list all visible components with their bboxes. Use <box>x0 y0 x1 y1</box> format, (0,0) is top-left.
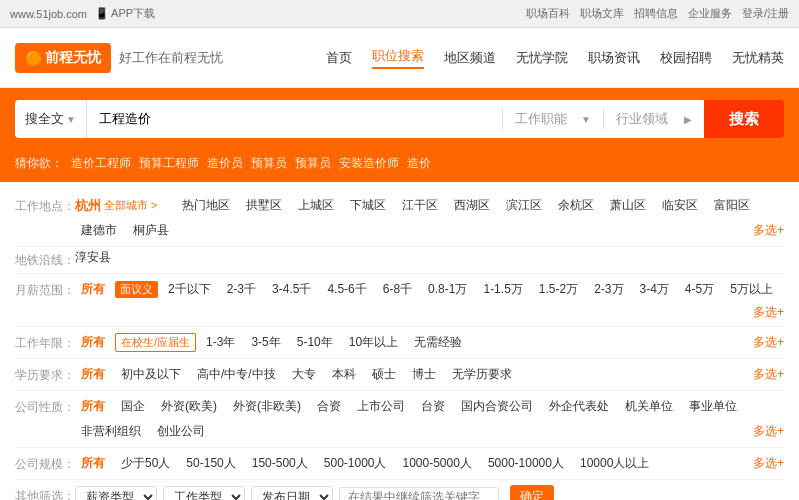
type-startup[interactable]: 创业公司 <box>151 421 211 442</box>
city-link[interactable]: 全部城市 > <box>104 198 157 213</box>
education-more[interactable]: 多选+ <box>753 366 784 383</box>
qf-item-4[interactable]: 预算员 <box>295 155 331 172</box>
type-jv[interactable]: 合资 <box>311 396 347 417</box>
edu-bachelor[interactable]: 本科 <box>326 364 362 385</box>
edu-none[interactable]: 无学历要求 <box>446 364 518 385</box>
district-hot[interactable]: 热门地区 <box>176 195 236 216</box>
district-xiacheng[interactable]: 下城区 <box>344 195 392 216</box>
edu-phd[interactable]: 博士 <box>406 364 442 385</box>
qf-item-1[interactable]: 预算工程师 <box>139 155 199 172</box>
nav-enterprise-service[interactable]: 企业服务 <box>688 6 732 21</box>
company-type-more[interactable]: 多选+ <box>753 423 784 440</box>
type-foreign-other[interactable]: 外资(非欧美) <box>227 396 307 417</box>
nav-elite[interactable]: 无忧精英 <box>732 49 784 67</box>
type-foreign-rep[interactable]: 外企代表处 <box>543 396 615 417</box>
salary-more[interactable]: 多选+ <box>753 304 784 321</box>
salary-type-select[interactable]: 薪资类型 <box>75 486 157 501</box>
district-linan[interactable]: 临安区 <box>656 195 704 216</box>
exp-5-10[interactable]: 5-10年 <box>291 332 339 353</box>
district-xihu[interactable]: 西湖区 <box>448 195 496 216</box>
search-input[interactable] <box>87 100 502 138</box>
type-nonprofit[interactable]: 非营利组织 <box>75 421 147 442</box>
subway-value[interactable]: 淳安县 <box>75 249 111 266</box>
publish-date-select[interactable]: 发布日期 <box>251 486 333 501</box>
qf-item-5[interactable]: 安装造价师 <box>339 155 399 172</box>
search-button[interactable]: 搜索 <box>704 100 784 138</box>
type-taiwan[interactable]: 台资 <box>415 396 451 417</box>
nav-login-register[interactable]: 登录/注册 <box>742 6 789 21</box>
size-500-1000[interactable]: 500-1000人 <box>318 453 393 474</box>
type-state[interactable]: 国企 <box>115 396 151 417</box>
size-150-500[interactable]: 150-500人 <box>246 453 314 474</box>
qf-item-3[interactable]: 预算员 <box>251 155 287 172</box>
type-listed[interactable]: 上市公司 <box>351 396 411 417</box>
app-download[interactable]: 📱 APP下载 <box>95 6 155 21</box>
nav-region[interactable]: 地区频道 <box>444 49 496 67</box>
keyword-filter-input[interactable] <box>339 487 499 501</box>
salary-2-3w[interactable]: 2-3万 <box>588 279 629 300</box>
edu-college[interactable]: 大专 <box>286 364 322 385</box>
type-all[interactable]: 所有 <box>75 396 111 417</box>
salary-4-6k[interactable]: 4.5-6千 <box>321 279 372 300</box>
size-all[interactable]: 所有 <box>75 453 111 474</box>
size-10000+[interactable]: 10000人以上 <box>574 453 655 474</box>
company-size-more[interactable]: 多选+ <box>753 455 784 472</box>
filter-confirm-button[interactable]: 确定 <box>510 485 554 500</box>
salary-5w+[interactable]: 5万以上 <box>724 279 779 300</box>
job-type-select[interactable]: 工作类型 <box>163 486 245 501</box>
size-1000-5000[interactable]: 1000-5000人 <box>397 453 478 474</box>
salary-2-3k[interactable]: 2-3千 <box>221 279 262 300</box>
district-jianggan[interactable]: 江干区 <box>396 195 444 216</box>
salary-6-8k[interactable]: 6-8千 <box>377 279 418 300</box>
exp-all[interactable]: 所有 <box>75 332 111 353</box>
salary-2k[interactable]: 2千以下 <box>162 279 217 300</box>
edu-high[interactable]: 高中/中专/中技 <box>191 364 282 385</box>
salary-8k-1w[interactable]: 0.8-1万 <box>422 279 473 300</box>
edu-all[interactable]: 所有 <box>75 364 111 385</box>
location-more[interactable]: 多选+ <box>753 222 784 239</box>
salary-1.5-2w[interactable]: 1.5-2万 <box>533 279 584 300</box>
district-jiande[interactable]: 建德市 <box>75 220 123 241</box>
industry-select[interactable]: 行业领域 ▶ <box>604 100 704 138</box>
size-50-150[interactable]: 50-150人 <box>180 453 241 474</box>
logo[interactable]: 🟠 前程无忧 <box>15 43 111 73</box>
exp-none[interactable]: 无需经验 <box>408 332 468 353</box>
district-gongshu[interactable]: 拱墅区 <box>240 195 288 216</box>
search-type-selector[interactable]: 搜全文 ▼ <box>15 100 87 138</box>
nav-workplace-library[interactable]: 职场文库 <box>580 6 624 21</box>
salary-3-4w[interactable]: 3-4万 <box>634 279 675 300</box>
experience-more[interactable]: 多选+ <box>753 334 784 351</box>
salary-all[interactable]: 所有 <box>75 279 111 300</box>
district-xiaoshan[interactable]: 萧山区 <box>604 195 652 216</box>
nav-news[interactable]: 职场资讯 <box>588 49 640 67</box>
salary-active[interactable]: 面议义 <box>115 281 158 298</box>
qf-item-2[interactable]: 造价员 <box>207 155 243 172</box>
nav-campus[interactable]: 校园招聘 <box>660 49 712 67</box>
qf-item-0[interactable]: 造价工程师 <box>71 155 131 172</box>
exp-1-3[interactable]: 1-3年 <box>200 332 241 353</box>
type-public[interactable]: 事业单位 <box>683 396 743 417</box>
size-5000-10000[interactable]: 5000-10000人 <box>482 453 570 474</box>
salary-1-1.5w[interactable]: 1-1.5万 <box>477 279 528 300</box>
qf-item-6[interactable]: 造价 <box>407 155 431 172</box>
nav-home[interactable]: 首页 <box>326 49 352 67</box>
salary-4-5w[interactable]: 4-5万 <box>679 279 720 300</box>
nav-academy[interactable]: 无忧学院 <box>516 49 568 67</box>
exp-active[interactable]: 在校生/应届生 <box>115 333 196 352</box>
nav-recruit-info[interactable]: 招聘信息 <box>634 6 678 21</box>
salary-3-4k[interactable]: 3-4.5千 <box>266 279 317 300</box>
district-tonglu[interactable]: 桐庐县 <box>127 220 175 241</box>
edu-master[interactable]: 硕士 <box>366 364 402 385</box>
nav-job-search[interactable]: 职位搜索 <box>372 47 424 69</box>
nav-workplace-wiki[interactable]: 职场百科 <box>526 6 570 21</box>
type-foreign-eu[interactable]: 外资(欧美) <box>155 396 223 417</box>
district-shangcheng[interactable]: 上城区 <box>292 195 340 216</box>
size-50[interactable]: 少于50人 <box>115 453 176 474</box>
city-selector[interactable]: 杭州 全部城市 > <box>75 197 157 215</box>
edu-middle[interactable]: 初中及以下 <box>115 364 187 385</box>
exp-3-5[interactable]: 3-5年 <box>245 332 286 353</box>
job-function-select[interactable]: 工作职能 ▼ <box>503 100 603 138</box>
district-yuhang[interactable]: 余杭区 <box>552 195 600 216</box>
type-domestic-jv[interactable]: 国内合资公司 <box>455 396 539 417</box>
type-gov[interactable]: 机关单位 <box>619 396 679 417</box>
